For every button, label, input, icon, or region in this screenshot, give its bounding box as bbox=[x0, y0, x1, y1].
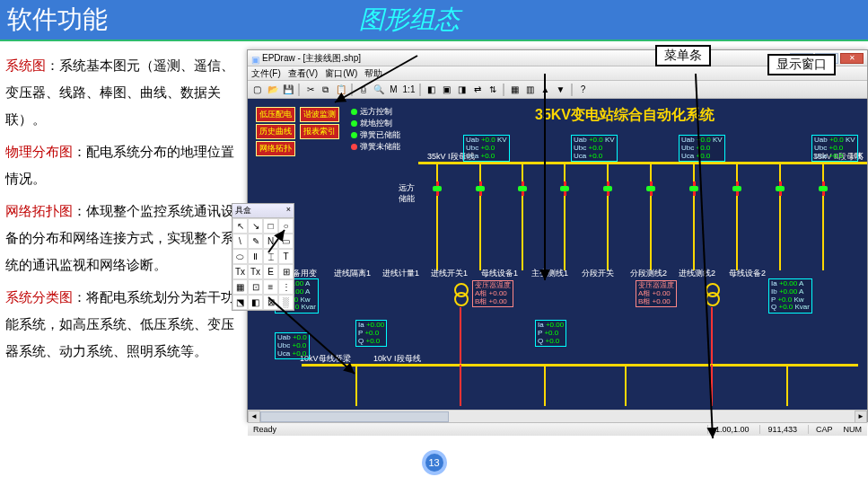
tool-align-right-icon[interactable]: ◨ bbox=[455, 83, 469, 96]
palette-tool-22[interactable]: ⊠ bbox=[263, 295, 278, 310]
feeder-5: 主变测线1 bbox=[531, 268, 568, 279]
bus-35kv-1 bbox=[418, 162, 867, 164]
feeder-7: 分段测线2 bbox=[630, 268, 667, 279]
status-num: NUM bbox=[844, 425, 863, 434]
palette-tool-5[interactable]: ✎ bbox=[248, 234, 263, 249]
palette-tool-7[interactable]: ▭ bbox=[278, 234, 294, 249]
feeder-2: 进线计量1 bbox=[382, 268, 419, 279]
epdraw-window: EPDraw - [主接线图.shp] — ▢ ✕ 文件(F) 查看(V) 窗口… bbox=[247, 49, 868, 422]
palette-tool-12[interactable]: Tx bbox=[232, 264, 248, 279]
tool-front-icon[interactable]: ▲ bbox=[539, 83, 552, 96]
switch-icon[interactable] bbox=[433, 181, 442, 196]
voltage-box-4: Uab +0.0 KV Ubc +0.0 Uca +0.0 bbox=[811, 135, 858, 162]
app-icon bbox=[251, 55, 259, 62]
voltage-box-3: Uab +0.0 KV Ubc +0.0 Uca +0.0 bbox=[679, 135, 725, 162]
palette-tool-4[interactable]: \ bbox=[232, 234, 248, 249]
palette-tool-15[interactable]: ⊞ bbox=[278, 264, 294, 279]
palette-close-icon[interactable]: × bbox=[286, 205, 291, 216]
switch-icon[interactable] bbox=[603, 181, 612, 196]
palette-tool-16[interactable]: ▦ bbox=[232, 279, 248, 295]
legend-remote: 远方控制 bbox=[360, 106, 392, 118]
palette-tool-21[interactable]: ◧ bbox=[248, 295, 263, 310]
voltage-box-1: Uab +0.0 KV Ubc +0.0 Uca +0.0 bbox=[463, 135, 510, 162]
tool-cut-icon[interactable]: ✂ bbox=[303, 83, 317, 96]
palette-tool-2[interactable]: □ bbox=[263, 218, 278, 234]
switch-icon[interactable] bbox=[776, 181, 785, 196]
btn-topo[interactable]: 网络拓扑 bbox=[256, 141, 295, 156]
btn-report[interactable]: 报表索引 bbox=[300, 124, 339, 139]
sec4-title: 系统分类图 bbox=[5, 289, 73, 305]
left-text-column: 系统图：系统基本图元（遥测、遥信、变压器、线路、棒图、曲线、数据关联）。 物理分… bbox=[0, 41, 247, 477]
tool-new-icon[interactable]: ▢ bbox=[250, 83, 264, 96]
tool-flip-v-icon[interactable]: ⇅ bbox=[486, 83, 499, 96]
switch-icon[interactable] bbox=[518, 181, 527, 196]
palette-tool-9[interactable]: Ⅱ bbox=[248, 249, 263, 264]
tool-paste-icon[interactable]: 📋 bbox=[334, 83, 347, 96]
btn-harmonic[interactable]: 谐波监测 bbox=[300, 107, 339, 122]
scroll-left-icon[interactable]: ◄ bbox=[248, 411, 260, 423]
callout-window: 显示窗口 bbox=[767, 54, 836, 75]
palette-tool-8[interactable]: ⬭ bbox=[232, 249, 248, 264]
tool-group-icon[interactable]: ▦ bbox=[508, 83, 522, 96]
tool-align-left-icon[interactable]: ◧ bbox=[425, 83, 438, 96]
palette-tool-3[interactable]: ○ bbox=[278, 218, 294, 234]
btn-history[interactable]: 历史曲线 bbox=[256, 124, 295, 139]
palette-tool-11[interactable]: T bbox=[278, 249, 294, 264]
switch-icon[interactable] bbox=[560, 181, 569, 196]
switch-icon[interactable] bbox=[689, 181, 698, 196]
menu-help[interactable]: 帮助 bbox=[364, 67, 382, 80]
sec1-title: 系统图 bbox=[5, 57, 46, 73]
switch-icon[interactable] bbox=[646, 181, 655, 196]
tool-ungroup-icon[interactable]: ▥ bbox=[523, 83, 537, 96]
menu-file[interactable]: 文件(F) bbox=[251, 67, 281, 80]
scroll-right-icon[interactable]: ► bbox=[855, 411, 867, 423]
palette-tool-0[interactable]: ↖ bbox=[232, 218, 248, 234]
transformer-icon[interactable] bbox=[706, 283, 718, 306]
mode-store: 储能 bbox=[399, 193, 415, 205]
palette-tool-17[interactable]: ⊡ bbox=[248, 279, 263, 295]
menu-view[interactable]: 查看(V) bbox=[288, 67, 318, 80]
tool-scale-icon[interactable]: 1:1 bbox=[402, 83, 416, 96]
palette-tool-1[interactable]: ↘ bbox=[248, 218, 263, 234]
menu-window[interactable]: 窗口(W) bbox=[325, 67, 357, 80]
palette-tool-13[interactable]: Tx bbox=[248, 264, 263, 279]
palette-tool-19[interactable]: ⋮ bbox=[278, 279, 294, 295]
legend-local: 就地控制 bbox=[360, 118, 392, 129]
tool-print-icon[interactable]: ⎙ bbox=[356, 83, 370, 96]
tool-flip-h-icon[interactable]: ⇄ bbox=[470, 83, 484, 96]
palette-tool-10[interactable]: ⌶ bbox=[263, 249, 278, 264]
close-button[interactable]: ✕ bbox=[840, 53, 864, 64]
tool-open-icon[interactable]: 📂 bbox=[266, 83, 279, 96]
palette-tool-6[interactable]: N bbox=[263, 234, 278, 249]
transformer-icon[interactable] bbox=[454, 283, 467, 306]
page-number: 13 bbox=[422, 450, 447, 475]
status-coords-1: 1.00,1.00 bbox=[707, 425, 750, 434]
legend-stored: 弹簧已储能 bbox=[360, 129, 400, 141]
tool-m-icon[interactable]: M bbox=[387, 83, 400, 96]
palette-tool-23[interactable]: ░ bbox=[278, 295, 294, 310]
scroll-thumb[interactable] bbox=[260, 411, 449, 422]
feeder-1: 进线隔离1 bbox=[334, 268, 371, 279]
transformer-temp-2: 变压器温度 A相 +0.00 B相 +0.00 bbox=[636, 280, 677, 307]
switch-icon[interactable] bbox=[476, 181, 485, 196]
control-buttons: 低压配电 谐波监测 历史曲线 报表索引 网络拓扑 bbox=[255, 106, 340, 157]
slide-header: 软件功能 图形组态 bbox=[0, 0, 868, 40]
tool-back-icon[interactable]: ▼ bbox=[554, 83, 567, 96]
tool-help-icon[interactable]: ? bbox=[576, 83, 590, 96]
uab-lower-1: Uab +0.0 Ubc +0.0 Uca +0.0 bbox=[275, 332, 310, 359]
tool-copy-icon[interactable]: ⧉ bbox=[319, 83, 332, 96]
palette-tool-18[interactable]: ≡ bbox=[263, 279, 278, 295]
switch-icon[interactable] bbox=[819, 181, 828, 196]
diagram-canvas[interactable]: 35KV变电站综合自动化系统 低压配电 谐波监测 历史曲线 报表索引 网络拓扑 … bbox=[248, 99, 867, 410]
tool-zoom-icon[interactable]: 🔍 bbox=[372, 83, 385, 96]
palette-tool-20[interactable]: ⬔ bbox=[232, 295, 248, 310]
tool-save-icon[interactable]: 💾 bbox=[281, 83, 294, 96]
switch-icon[interactable] bbox=[732, 181, 741, 196]
tool-palette[interactable]: 具盒 × ↖↘□○\✎N▭⬭Ⅱ⌶TTxTxE⊞▦⊡≡⋮⬔◧⊠░ bbox=[232, 203, 294, 311]
sec2-title: 物理分布图 bbox=[5, 144, 73, 159]
tool-align-center-icon[interactable]: ▣ bbox=[440, 83, 453, 96]
transformer-temp-1: 变压器温度 A相 +0.00 B相 +0.00 bbox=[472, 280, 513, 307]
palette-tool-14[interactable]: E bbox=[263, 264, 278, 279]
h-scrollbar[interactable]: ◄ ► bbox=[248, 410, 867, 422]
btn-lv[interactable]: 低压配电 bbox=[256, 107, 295, 122]
